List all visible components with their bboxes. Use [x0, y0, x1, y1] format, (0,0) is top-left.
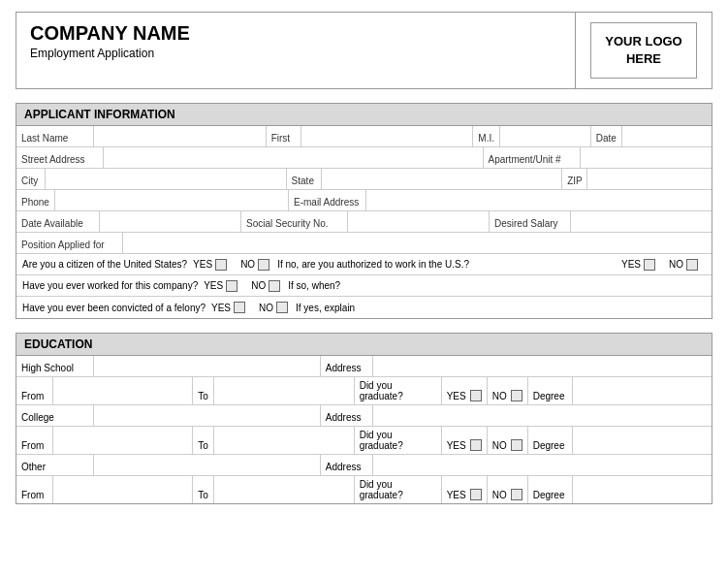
zip-value[interactable] [587, 169, 712, 189]
date-available-value[interactable] [100, 211, 241, 232]
felony-no-checkbox[interactable] [276, 302, 288, 313]
state-label: State [287, 169, 322, 189]
hs-graduate-label: Did you graduate? [355, 377, 442, 404]
applicant-section: APPLICANT INFORMATION Last Name First M.… [16, 103, 712, 319]
other-no-checkbox[interactable] [511, 489, 522, 500]
street-label: Street Address [16, 147, 104, 168]
desired-salary-label: Desired Salary [490, 211, 571, 232]
other-no-group: NO [488, 476, 528, 503]
other-yes-group: YES [442, 476, 488, 503]
first-value[interactable] [301, 126, 474, 146]
other-address-label: Address [321, 455, 373, 475]
worked-row: Have you ever worked for this company? Y… [16, 275, 712, 297]
worked-yes-group: YES [204, 280, 237, 292]
phone-value[interactable] [55, 190, 289, 210]
hs-from-value[interactable] [53, 377, 193, 404]
desired-salary-value[interactable] [571, 211, 712, 232]
col-no-label: NO [492, 440, 507, 451]
email-value[interactable] [366, 190, 712, 210]
col-degree-label: Degree [528, 427, 573, 454]
other-value[interactable] [94, 455, 321, 475]
citizen-no-checkbox[interactable] [258, 259, 269, 271]
felony-no-label: NO [259, 303, 273, 313]
ssn-label: Social Security No. [241, 211, 348, 232]
col-no-checkbox[interactable] [511, 439, 522, 451]
company-name: COMPANY NAME [30, 22, 561, 45]
col-no-group: NO [488, 427, 528, 454]
hs-no-checkbox[interactable] [511, 390, 522, 401]
hs-degree-value[interactable] [573, 377, 712, 404]
hs-from-row: From To Did you graduate? YES NO Degree [16, 377, 712, 405]
other-from-value[interactable] [53, 476, 193, 503]
college-label: College [16, 405, 94, 426]
street-value[interactable] [104, 147, 484, 168]
page-header: COMPANY NAME Employment Application YOUR… [16, 12, 712, 89]
hs-to-label: To [193, 377, 214, 404]
company-info: COMPANY NAME Employment Application [16, 13, 576, 88]
other-address-value[interactable] [373, 455, 712, 475]
col-yes-checkbox[interactable] [470, 439, 482, 451]
worked-yes-checkbox[interactable] [226, 280, 237, 292]
hs-yes-checkbox[interactable] [470, 390, 482, 401]
mi-label: M.I. [473, 126, 500, 146]
other-degree-value[interactable] [573, 476, 712, 503]
authorized-no-checkbox[interactable] [686, 259, 698, 271]
college-address-value[interactable] [373, 405, 712, 426]
other-label: Other [16, 455, 94, 475]
other-from-label: From [16, 476, 53, 503]
worked-yes-label: YES [204, 280, 223, 291]
date-label: Date [591, 126, 622, 146]
authorized-yes-checkbox[interactable] [644, 259, 655, 271]
other-to-value[interactable] [214, 476, 354, 503]
other-from-row: From To Did you graduate? YES NO Degree [16, 476, 712, 503]
logo-box: YOUR LOGOHERE [590, 22, 696, 79]
worked-question: Have you ever worked for this company? [22, 280, 198, 291]
col-degree-value[interactable] [573, 427, 712, 454]
date-value[interactable] [622, 126, 712, 146]
authorized-no-label: NO [669, 259, 683, 270]
hs-to-value[interactable] [214, 377, 354, 404]
highschool-row: High School Address [16, 356, 712, 377]
ssn-value[interactable] [348, 211, 490, 232]
authorized-no-group: NO [669, 259, 698, 271]
city-value[interactable] [46, 169, 287, 189]
date-available-label: Date Available [16, 211, 100, 232]
col-to-label: To [193, 427, 214, 454]
citizen-yes-group: YES [193, 259, 227, 271]
other-graduate-label: Did you graduate? [355, 476, 442, 503]
phone-row: Phone E-mail Address [16, 190, 712, 211]
email-label: E-mail Address [289, 190, 366, 210]
citizen-no-group: NO [240, 259, 269, 271]
other-yes-checkbox[interactable] [470, 489, 482, 500]
col-from-value[interactable] [53, 427, 193, 454]
mi-value[interactable] [500, 126, 590, 146]
authorized-question: If no, are you authorized to work in the… [277, 259, 616, 270]
citizen-yes-checkbox[interactable] [215, 259, 227, 271]
hs-address-value[interactable] [373, 356, 712, 376]
felony-no-group: NO [259, 302, 288, 313]
app-title: Employment Application [30, 47, 561, 60]
hs-address-label: Address [321, 356, 373, 376]
highschool-value[interactable] [94, 356, 321, 376]
apt-value[interactable] [581, 147, 712, 168]
college-value[interactable] [94, 405, 321, 426]
worked-no-checkbox[interactable] [269, 280, 280, 292]
hs-no-group: NO [488, 377, 528, 404]
state-value[interactable] [322, 169, 563, 189]
citizen-yes-label: YES [193, 259, 212, 270]
other-degree-label: Degree [528, 476, 573, 503]
education-section-header: EDUCATION [16, 334, 712, 356]
college-row: College Address [16, 405, 712, 427]
felony-yes-checkbox[interactable] [234, 302, 245, 313]
col-to-value[interactable] [214, 427, 354, 454]
hs-degree-label: Degree [528, 377, 573, 404]
city-label: City [16, 169, 46, 189]
last-name-value[interactable] [94, 126, 267, 146]
position-value[interactable] [123, 233, 712, 253]
other-yes-label: YES [447, 490, 466, 500]
position-row: Position Applied for [16, 233, 712, 254]
availability-row: Date Available Social Security No. Desir… [16, 211, 712, 233]
citizen-question: Are you a citizen of the United States? [22, 259, 187, 270]
highschool-label: High School [16, 356, 94, 376]
felony-yes-label: YES [211, 303, 231, 313]
